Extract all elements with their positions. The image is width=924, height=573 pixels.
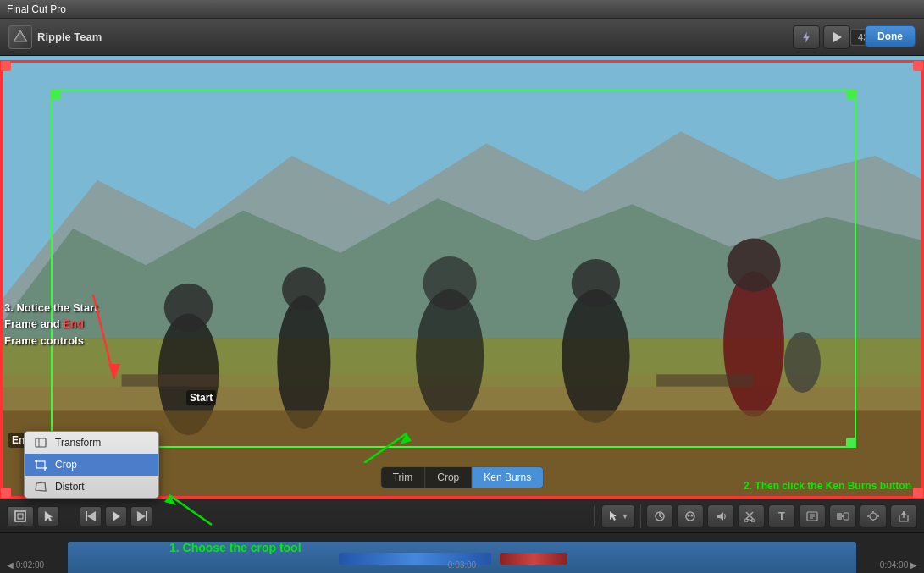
svg-point-41 bbox=[688, 514, 690, 516]
step1-text: 1. Choose the crop tool bbox=[169, 541, 302, 554]
svg-marker-60 bbox=[901, 511, 906, 515]
svg-rect-53 bbox=[844, 513, 849, 520]
menu-item-transform-label: Transform bbox=[55, 437, 101, 449]
text-tool-btn[interactable]: T bbox=[768, 504, 795, 528]
menu-item-crop-label: Crop bbox=[55, 459, 77, 471]
svg-marker-2 bbox=[804, 31, 810, 41]
svg-point-55 bbox=[870, 513, 877, 520]
distort-icon bbox=[33, 481, 48, 493]
bottom-bar: ▼ bbox=[0, 499, 924, 573]
annotation-step3: 3. Notice the StartFrame and EndFrame co… bbox=[4, 300, 98, 350]
step1-annotation: 1. Choose the crop tool bbox=[169, 541, 302, 554]
svg-rect-22 bbox=[656, 374, 754, 386]
svg-marker-30 bbox=[45, 511, 53, 521]
cut-tool-btn[interactable] bbox=[738, 504, 765, 528]
svg-rect-61 bbox=[36, 438, 46, 447]
svg-point-11 bbox=[164, 284, 213, 332]
menu-item-transform[interactable]: Transform bbox=[25, 432, 158, 454]
tab-crop[interactable]: Crop bbox=[425, 467, 472, 488]
svg-point-15 bbox=[423, 256, 477, 310]
annotation-end-red: End bbox=[63, 317, 84, 330]
cursor-button[interactable] bbox=[37, 506, 59, 526]
svg-point-18 bbox=[723, 271, 784, 416]
color-tool-btn[interactable] bbox=[677, 504, 704, 528]
tab-trim[interactable]: Trim bbox=[381, 467, 426, 488]
transition-tool-btn[interactable] bbox=[829, 504, 856, 528]
team-name: Ripple Team bbox=[37, 30, 102, 43]
go-to-start-button[interactable] bbox=[80, 506, 102, 526]
crop-icon bbox=[33, 459, 48, 471]
svg-rect-63 bbox=[36, 461, 45, 468]
context-menu: Transform Crop Distort bbox=[24, 431, 159, 499]
go-to-end-button[interactable] bbox=[130, 506, 152, 526]
titlebar: Final Cut Pro bbox=[0, 0, 924, 19]
share-tool-btn[interactable] bbox=[890, 504, 917, 528]
svg-rect-28 bbox=[15, 511, 25, 521]
top-toolbar: Ripple Team 43% ▼ Done bbox=[0, 19, 924, 56]
time-marker-end: 0:04:00 ▶ bbox=[880, 560, 917, 570]
menu-item-distort[interactable]: Distort bbox=[25, 476, 158, 498]
svg-point-17 bbox=[572, 259, 620, 307]
separator-1 bbox=[640, 504, 641, 528]
select-tool[interactable]: ▼ bbox=[601, 504, 635, 528]
gen-tool-btn[interactable] bbox=[799, 504, 826, 528]
svg-marker-35 bbox=[137, 511, 146, 521]
svg-rect-31 bbox=[86, 511, 87, 521]
svg-marker-3 bbox=[833, 32, 842, 42]
toolbar-logo bbox=[8, 25, 32, 49]
menu-item-distort-label: Distort bbox=[55, 481, 85, 493]
svg-marker-36 bbox=[610, 511, 617, 521]
crop-tabs: Trim Crop Ken Burns bbox=[380, 466, 545, 488]
timeline-area: ◀ 0:02:00 0:03:00 0:04:00 ▶ bbox=[0, 533, 924, 573]
svg-rect-21 bbox=[122, 374, 219, 386]
time-marker-start: ◀ 0:02:00 bbox=[7, 560, 44, 570]
app-title: Final Cut Pro bbox=[7, 3, 66, 15]
audio-bar-red bbox=[500, 553, 567, 565]
transform-icon bbox=[33, 437, 48, 449]
audio-tool-btn[interactable] bbox=[707, 504, 734, 528]
svg-point-12 bbox=[277, 295, 330, 429]
svg-point-13 bbox=[282, 267, 326, 311]
play-button[interactable] bbox=[823, 25, 850, 49]
time-marker-middle: 0:03:00 bbox=[448, 560, 476, 570]
svg-rect-52 bbox=[837, 513, 842, 520]
start-label: Start bbox=[186, 390, 216, 405]
svg-marker-68 bbox=[36, 482, 46, 491]
timeline[interactable]: ◀ 0:02:00 0:03:00 0:04:00 ▶ bbox=[0, 533, 924, 573]
step2-annotation: 2. Then click the Ken Burns button bbox=[744, 480, 911, 492]
svg-rect-34 bbox=[146, 511, 147, 521]
transform-mode-button[interactable] bbox=[7, 506, 34, 526]
svg-marker-33 bbox=[113, 511, 120, 521]
svg-marker-32 bbox=[87, 511, 96, 521]
retiming-tool-btn[interactable] bbox=[646, 504, 673, 528]
done-button[interactable]: Done bbox=[865, 25, 916, 47]
play-pause-button[interactable] bbox=[105, 506, 127, 526]
svg-point-40 bbox=[686, 512, 694, 521]
svg-rect-29 bbox=[18, 514, 23, 519]
annotation-step3-text: 3. Notice the StartFrame and EndFrame co… bbox=[4, 301, 98, 347]
svg-point-42 bbox=[691, 514, 694, 516]
svg-line-39 bbox=[660, 516, 662, 518]
svg-point-20 bbox=[784, 332, 821, 393]
playback-controls: ▼ bbox=[0, 499, 924, 533]
svg-point-19 bbox=[727, 239, 780, 292]
effect-tool-btn[interactable] bbox=[860, 504, 887, 528]
lightning-button[interactable] bbox=[793, 25, 820, 49]
svg-point-16 bbox=[562, 289, 629, 423]
tab-ken-burns[interactable]: Ken Burns bbox=[472, 467, 543, 488]
menu-item-crop[interactable]: Crop bbox=[25, 454, 158, 476]
